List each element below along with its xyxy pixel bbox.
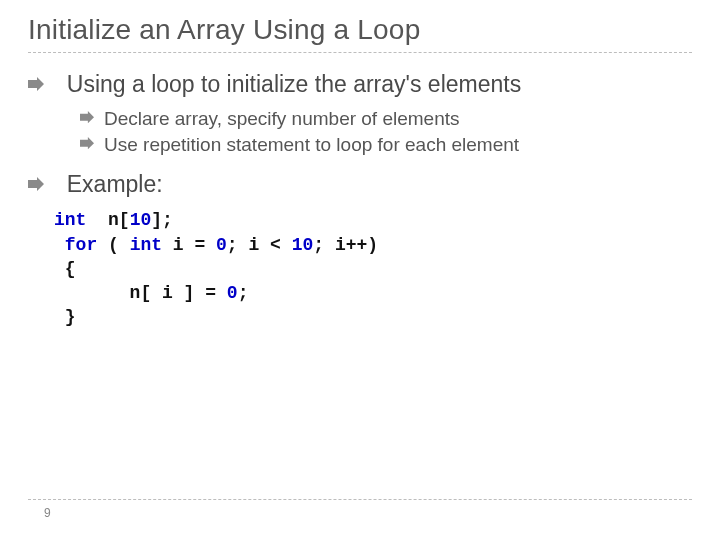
bullet-text: Example:: [67, 171, 163, 197]
code-text: ;: [238, 283, 249, 303]
sub-bullet-list: Declare array, specify number of element…: [54, 106, 692, 157]
bullet-item-2: Example:: [28, 171, 692, 198]
bullet-icon: [80, 137, 94, 149]
code-kw-int: int: [130, 235, 162, 255]
bullet-item-1: Using a loop to initialize the array's e…: [28, 71, 692, 157]
bullet-list: Using a loop to initialize the array's e…: [28, 71, 692, 198]
bullet-icon: [80, 111, 94, 123]
bullet-text: Using a loop to initialize the array's e…: [67, 71, 521, 97]
code-text: {: [54, 259, 76, 279]
bullet-icon: [28, 77, 44, 91]
code-text: n[ i ] =: [54, 283, 227, 303]
code-text: ];: [151, 210, 173, 230]
code-text: }: [54, 307, 76, 327]
code-kw-int: int: [54, 210, 86, 230]
code-text: i =: [162, 235, 216, 255]
page-number: 9: [44, 506, 720, 520]
code-text: (: [97, 235, 129, 255]
code-block: int n[10]; for ( int i = 0; i < 10; i++)…: [54, 208, 692, 329]
footer: 9: [0, 499, 720, 520]
slide-title: Initialize an Array Using a Loop: [28, 14, 692, 46]
sub-bullet-1: Declare array, specify number of element…: [54, 106, 692, 132]
code-num: 0: [227, 283, 238, 303]
slide: Initialize an Array Using a Loop Using a…: [0, 0, 720, 540]
code-num: 10: [130, 210, 152, 230]
code-num: 0: [216, 235, 227, 255]
bullet-icon: [28, 177, 44, 191]
code-text: ; i++): [313, 235, 378, 255]
code-text: n[: [86, 210, 129, 230]
sub-bullet-2: Use repetition statement to loop for eac…: [54, 132, 692, 158]
code-num: 10: [292, 235, 314, 255]
code-text: ; i <: [227, 235, 292, 255]
code-kw-for: for: [54, 235, 97, 255]
title-divider: [28, 52, 692, 53]
footer-divider: [28, 499, 692, 500]
sub-bullet-text: Use repetition statement to loop for eac…: [104, 134, 519, 155]
sub-bullet-text: Declare array, specify number of element…: [104, 108, 460, 129]
